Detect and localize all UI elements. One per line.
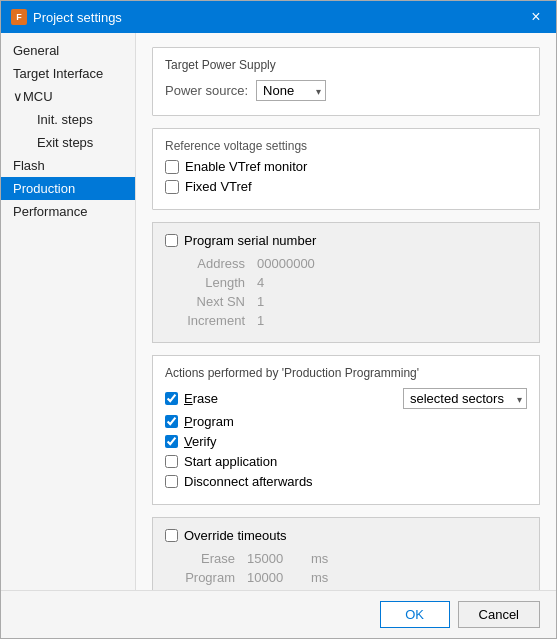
- sidebar-item-mcu[interactable]: ∨ MCU: [1, 85, 135, 108]
- sidebar-item-production[interactable]: Production: [1, 177, 135, 200]
- serial-length-value: 4: [257, 275, 264, 290]
- sidebar-label-performance: Performance: [13, 204, 87, 219]
- project-settings-dialog: F Project settings × General Target Inte…: [0, 0, 557, 639]
- serial-address-label: Address: [175, 256, 245, 271]
- app-icon: F: [11, 9, 27, 25]
- serial-increment-label: Increment: [175, 313, 245, 328]
- serial-address-value: 00000000: [257, 256, 315, 271]
- timeout-program-row: Program 10000 ms: [175, 570, 527, 585]
- sidebar-label-general: General: [13, 43, 59, 58]
- timeout-box: Override timeouts Erase 15000 ms Program…: [152, 517, 540, 590]
- timeout-program-label: Program: [175, 570, 235, 585]
- timeout-erase-label: Erase: [175, 551, 235, 566]
- actions-title: Actions performed by 'Production Program…: [165, 366, 527, 380]
- serial-number-checkbox[interactable]: [165, 234, 178, 247]
- action-start-row: Start application: [165, 454, 527, 469]
- sidebar-item-flash[interactable]: Flash: [1, 154, 135, 177]
- timeout-program-unit: ms: [311, 570, 328, 585]
- action-program-row: Program: [165, 414, 527, 429]
- action-disconnect-row: Disconnect afterwards: [165, 474, 527, 489]
- enable-vtref-row: Enable VTref monitor: [165, 159, 527, 174]
- timeout-header: Override timeouts: [165, 528, 527, 543]
- timeout-program-value: 10000: [247, 570, 307, 585]
- serial-increment-value: 1: [257, 313, 264, 328]
- ok-button[interactable]: OK: [380, 601, 450, 628]
- enable-vtref-checkbox[interactable]: [165, 160, 179, 174]
- power-supply-group: Target Power Supply Power source: None 3…: [152, 47, 540, 116]
- start-application-label[interactable]: Start application: [184, 454, 277, 469]
- serial-nextsn-row: Next SN 1: [175, 294, 527, 309]
- sidebar-label-init-steps: Init. steps: [37, 112, 93, 127]
- program-checkbox[interactable]: [165, 415, 178, 428]
- sidebar: General Target Interface ∨ MCU Init. ste…: [1, 33, 136, 590]
- timeout-fields: Erase 15000 ms Program 10000 ms Verify 1…: [165, 551, 527, 590]
- power-source-select-wrapper[interactable]: None 3.3V 5V: [256, 80, 326, 101]
- dialog-footer: OK Cancel: [1, 590, 556, 638]
- serial-nextsn-label: Next SN: [175, 294, 245, 309]
- sector-select-wrapper[interactable]: selected sectors all sectors: [403, 388, 527, 409]
- serial-address-row: Address 00000000: [175, 256, 527, 271]
- actions-box: Actions performed by 'Production Program…: [152, 355, 540, 505]
- sidebar-label-flash: Flash: [13, 158, 45, 173]
- timeout-erase-unit: ms: [311, 551, 328, 566]
- serial-number-box: Program serial number Address 00000000 L…: [152, 222, 540, 343]
- power-source-select[interactable]: None 3.3V 5V: [256, 80, 326, 101]
- title-bar: F Project settings ×: [1, 1, 556, 33]
- main-panel: Target Power Supply Power source: None 3…: [136, 33, 556, 590]
- sidebar-item-init-steps[interactable]: Init. steps: [1, 108, 135, 131]
- ref-voltage-group: Reference voltage settings Enable VTref …: [152, 128, 540, 210]
- close-button[interactable]: ×: [526, 7, 546, 27]
- serial-nextsn-value: 1: [257, 294, 264, 309]
- sidebar-label-exit-steps: Exit steps: [37, 135, 93, 150]
- cancel-button[interactable]: Cancel: [458, 601, 540, 628]
- sidebar-label-production: Production: [13, 181, 75, 196]
- program-label[interactable]: Program: [184, 414, 234, 429]
- action-verify-row: Verify: [165, 434, 527, 449]
- serial-length-label: Length: [175, 275, 245, 290]
- dialog-title: Project settings: [33, 10, 526, 25]
- serial-length-row: Length 4: [175, 275, 527, 290]
- ref-voltage-title: Reference voltage settings: [165, 139, 527, 153]
- serial-fields: Address 00000000 Length 4 Next SN 1 Incr…: [165, 256, 527, 328]
- override-timeouts-label[interactable]: Override timeouts: [184, 528, 287, 543]
- enable-vtref-label[interactable]: Enable VTref monitor: [185, 159, 307, 174]
- verify-label[interactable]: Verify: [184, 434, 217, 449]
- sector-select[interactable]: selected sectors all sectors: [403, 388, 527, 409]
- fixed-vtref-label[interactable]: Fixed VTref: [185, 179, 252, 194]
- power-supply-title: Target Power Supply: [165, 58, 527, 72]
- sidebar-item-target-interface[interactable]: Target Interface: [1, 62, 135, 85]
- timeout-erase-row: Erase 15000 ms: [175, 551, 527, 566]
- sidebar-item-performance[interactable]: Performance: [1, 200, 135, 223]
- sidebar-label-mcu: MCU: [23, 89, 53, 104]
- dialog-content: General Target Interface ∨ MCU Init. ste…: [1, 33, 556, 590]
- serial-increment-row: Increment 1: [175, 313, 527, 328]
- erase-label[interactable]: Erase: [184, 391, 218, 406]
- action-erase-row: Erase selected sectors all sectors: [165, 388, 527, 409]
- disconnect-afterwards-label[interactable]: Disconnect afterwards: [184, 474, 313, 489]
- power-source-row: Power source: None 3.3V 5V: [165, 80, 527, 101]
- sidebar-item-exit-steps[interactable]: Exit steps: [1, 131, 135, 154]
- serial-number-label[interactable]: Program serial number: [184, 233, 316, 248]
- sidebar-item-general[interactable]: General: [1, 39, 135, 62]
- disconnect-afterwards-checkbox[interactable]: [165, 475, 178, 488]
- sidebar-label-target-interface: Target Interface: [13, 66, 103, 81]
- timeout-erase-value: 15000: [247, 551, 307, 566]
- power-source-label: Power source:: [165, 83, 248, 98]
- verify-checkbox[interactable]: [165, 435, 178, 448]
- fixed-vtref-checkbox[interactable]: [165, 180, 179, 194]
- start-application-checkbox[interactable]: [165, 455, 178, 468]
- fixed-vtref-row: Fixed VTref: [165, 179, 527, 194]
- serial-number-header: Program serial number: [165, 233, 527, 248]
- override-timeouts-checkbox[interactable]: [165, 529, 178, 542]
- chevron-icon: ∨: [13, 89, 23, 104]
- erase-checkbox[interactable]: [165, 392, 178, 405]
